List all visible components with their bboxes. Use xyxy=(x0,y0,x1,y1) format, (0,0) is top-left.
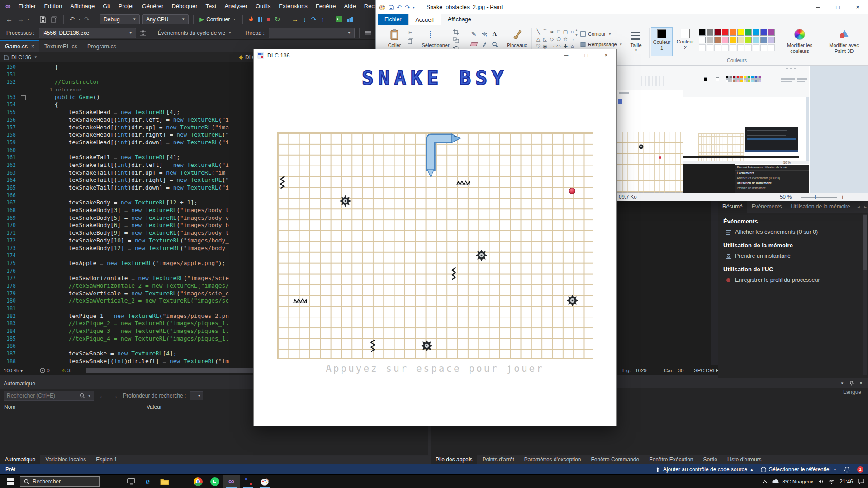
color-swatch[interactable] xyxy=(699,37,706,43)
column-valeur[interactable]: Valeur xyxy=(142,403,162,412)
color-swatch[interactable] xyxy=(760,37,767,43)
shape-fill-button[interactable]: Remplissage▼ xyxy=(580,42,623,47)
tab-fenetre-commande[interactable]: Fenêtre Commande xyxy=(586,455,644,464)
paint-app[interactable] xyxy=(256,475,273,488)
shapes-scroll-up-icon[interactable]: ▲ xyxy=(575,28,578,32)
color-swatch[interactable] xyxy=(737,29,744,36)
color-swatch-empty[interactable] xyxy=(768,44,775,51)
paint3d-button[interactable]: Modifier avecPaint 3D xyxy=(823,28,865,54)
navigate-dropdown-icon[interactable]: ▾ xyxy=(26,17,31,21)
step-into-icon[interactable]: ↓ xyxy=(301,15,309,23)
clock[interactable]: 21:46 xyxy=(840,479,853,485)
tab-automatique[interactable]: Automatique xyxy=(0,455,40,464)
shape-icon[interactable]: ╲ xyxy=(535,28,541,35)
shape-icon[interactable]: △ xyxy=(535,36,541,43)
color-swatch-empty[interactable] xyxy=(753,44,759,51)
restart-icon[interactable]: ↻ xyxy=(272,15,283,24)
search-depth-select[interactable]: ▼ xyxy=(190,391,203,400)
stop-debugging-icon[interactable]: ■ xyxy=(264,16,272,23)
network-icon[interactable] xyxy=(829,479,835,484)
notifications-bell-icon[interactable] xyxy=(844,466,850,473)
zoom-slider-thumb[interactable] xyxy=(815,195,816,199)
paint-tab-affichage[interactable]: Affichage xyxy=(441,14,478,25)
fill-bucket-icon[interactable] xyxy=(481,30,488,37)
save-icon[interactable] xyxy=(389,5,394,10)
diag-action-afficher-les-evenements-0-sur-0[interactable]: Afficher les événements (0 sur 0) xyxy=(718,227,868,237)
google-chrome[interactable] xyxy=(190,475,206,488)
tab-parametres-d-exception[interactable]: Paramètres d'exception xyxy=(519,455,586,464)
color-swatch[interactable] xyxy=(722,29,729,36)
search-prev-icon[interactable]: ← xyxy=(98,392,107,399)
shape-icon[interactable]: ◺ xyxy=(542,36,548,43)
close-tab-icon[interactable]: × xyxy=(31,43,34,50)
continue-dropdown-icon[interactable]: ▾ xyxy=(232,17,237,21)
paint-tab-accueil[interactable]: Accueil xyxy=(408,14,441,25)
color-swatch[interactable] xyxy=(730,29,736,36)
tab-game-cs[interactable]: Game.cs× xyxy=(0,40,39,52)
close-panel-icon[interactable]: × xyxy=(859,380,863,386)
menu-projet[interactable]: Projet xyxy=(114,0,138,12)
minimize-button[interactable]: ─ xyxy=(556,49,576,62)
notification-badge[interactable]: 1 xyxy=(857,466,863,473)
color-swatch[interactable] xyxy=(745,37,752,43)
solution-configuration-select[interactable]: Debug▼ xyxy=(100,14,140,24)
tab-points-d-arret[interactable]: Points d'arrêt xyxy=(477,455,519,464)
breadcrumb-project[interactable]: DLC136 xyxy=(11,54,31,61)
stack-frame-up-icon[interactable] xyxy=(363,30,373,36)
tab-resume[interactable]: Résumé xyxy=(718,201,747,213)
error-count[interactable]: 0 xyxy=(40,365,50,375)
color-swatch[interactable] xyxy=(760,29,767,36)
search-input[interactable]: Rechercher (Ctrl+E) ▼ xyxy=(4,391,94,401)
color-swatch[interactable] xyxy=(707,37,713,43)
color-swatch-empty[interactable] xyxy=(699,44,706,51)
step-over-icon[interactable]: ↷ xyxy=(308,15,319,24)
game-title-bar[interactable]: DLC 136 ─ □ × xyxy=(254,49,616,62)
undo-dropdown-icon[interactable]: ▾ xyxy=(77,17,82,21)
menu-fichier[interactable]: Fichier xyxy=(14,0,40,12)
color-swatch[interactable] xyxy=(737,37,744,43)
tab-texturerl-cs[interactable]: TextureRL.cs xyxy=(39,40,82,52)
color-swatch[interactable] xyxy=(730,37,736,43)
action-center-button[interactable] xyxy=(858,479,864,484)
breadcrumb-member[interactable]: DLC136.Game xyxy=(239,54,254,61)
eraser-icon[interactable] xyxy=(470,42,478,46)
size-button[interactable]: Taille▼ xyxy=(625,28,647,52)
tab-liste-d-erreurs[interactable]: Liste d'erreurs xyxy=(722,455,767,464)
undo-icon[interactable]: ↶ xyxy=(67,15,77,24)
start-button[interactable] xyxy=(0,475,20,488)
copy-icon[interactable] xyxy=(408,38,413,44)
color-swatch-empty[interactable] xyxy=(737,44,744,51)
file-explorer[interactable] xyxy=(156,475,173,488)
menu-analyser[interactable]: Analyser xyxy=(220,0,251,12)
navigate-forward-icon[interactable]: → xyxy=(15,15,26,23)
diagnostics-scrollbar[interactable] xyxy=(863,214,867,375)
continue-button[interactable]: ▶ Continuer ▾ xyxy=(197,16,239,23)
tab-pile-des-appels[interactable]: Pile des appels xyxy=(431,455,477,464)
search-icon[interactable] xyxy=(80,393,85,398)
lifecycle-dropdown-icon[interactable]: ▾ xyxy=(228,31,232,35)
search-options-caret-icon[interactable]: ▼ xyxy=(88,394,91,398)
menu-deboguer[interactable]: Déboguer xyxy=(167,0,201,12)
tab-evenements[interactable]: Événements xyxy=(747,201,787,213)
color-swatch[interactable] xyxy=(699,29,706,36)
color-swatch[interactable] xyxy=(753,29,759,36)
whatsapp[interactable] xyxy=(206,475,223,488)
color-swatch-empty[interactable] xyxy=(722,44,729,51)
thread-select[interactable]: ▼ xyxy=(269,28,355,38)
volume-icon[interactable] xyxy=(818,479,824,484)
dlc136-app[interactable] xyxy=(240,475,256,488)
tab-sortie[interactable]: Sortie xyxy=(698,455,722,464)
breadcrumb-caret-icon[interactable]: ▼ xyxy=(34,55,38,59)
shape-icon[interactable]: ☆ xyxy=(562,36,569,43)
scrollbar-thumb[interactable] xyxy=(863,215,867,270)
menu-edition[interactable]: Edition xyxy=(40,0,66,12)
column-langue[interactable]: Langue xyxy=(843,389,866,395)
tabs-scroll-left-icon[interactable]: ◄ xyxy=(857,205,861,209)
pin-icon[interactable] xyxy=(849,381,854,386)
color-swatch[interactable] xyxy=(722,37,729,43)
redo-icon[interactable]: ↷ xyxy=(405,4,410,11)
step-out-icon[interactable]: ↑ xyxy=(319,15,327,23)
performance-chart-icon[interactable] xyxy=(345,16,356,22)
color-swatch[interactable] xyxy=(714,37,721,43)
maximize-button[interactable]: □ xyxy=(576,49,596,62)
